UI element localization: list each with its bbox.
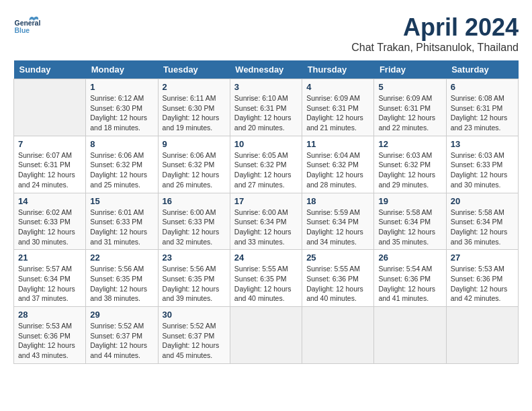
day-info: Sunrise: 6:06 AM Sunset: 6:32 PM Dayligh… [90,150,153,190]
day-number: 8 [90,139,153,149]
day-info: Sunrise: 6:03 AM Sunset: 6:32 PM Dayligh… [378,150,441,190]
day-info: Sunrise: 6:00 AM Sunset: 6:34 PM Dayligh… [234,208,298,247]
calendar-cell: 17Sunrise: 6:00 AM Sunset: 6:34 PM Dayli… [230,193,302,250]
day-info: Sunrise: 5:52 AM Sunset: 6:37 PM Dayligh… [163,321,226,361]
calendar-cell: 15Sunrise: 6:01 AM Sunset: 6:33 PM Dayli… [86,193,158,250]
calendar-cell [230,307,302,364]
day-number: 12 [378,139,441,149]
day-number: 21 [18,253,81,263]
calendar-cell: 20Sunrise: 5:58 AM Sunset: 6:34 PM Dayli… [446,193,518,250]
calendar-cell [446,307,518,364]
day-info: Sunrise: 6:01 AM Sunset: 6:33 PM Dayligh… [90,208,153,247]
day-info: Sunrise: 5:55 AM Sunset: 6:36 PM Dayligh… [306,264,369,304]
calendar-cell [302,307,374,364]
day-info: Sunrise: 5:54 AM Sunset: 6:36 PM Dayligh… [378,264,441,304]
calendar-table: SundayMondayTuesdayWednesdayThursdayFrid… [13,60,519,364]
calendar-week-row: 28Sunrise: 5:53 AM Sunset: 6:36 PM Dayli… [14,307,519,364]
day-number: 17 [234,196,298,206]
calendar-week-row: 21Sunrise: 5:57 AM Sunset: 6:34 PM Dayli… [14,250,519,307]
calendar-cell: 21Sunrise: 5:57 AM Sunset: 6:34 PM Dayli… [14,250,86,307]
day-number: 6 [451,82,514,92]
page-header: General Blue April 2024 Chat Trakan, Phi… [13,13,519,54]
day-number: 24 [234,253,298,263]
calendar-cell: 13Sunrise: 6:03 AM Sunset: 6:33 PM Dayli… [446,136,518,193]
day-info: Sunrise: 6:00 AM Sunset: 6:33 PM Dayligh… [163,208,226,247]
calendar-cell: 1Sunrise: 6:12 AM Sunset: 6:30 PM Daylig… [86,79,158,136]
calendar-cell [14,79,86,136]
day-number: 11 [306,139,369,149]
calendar-cell: 25Sunrise: 5:55 AM Sunset: 6:36 PM Dayli… [302,250,374,307]
calendar-cell: 9Sunrise: 6:06 AM Sunset: 6:32 PM Daylig… [158,136,230,193]
calendar-cell: 5Sunrise: 6:09 AM Sunset: 6:31 PM Daylig… [374,79,446,136]
svg-text:Blue: Blue [15,27,30,34]
day-info: Sunrise: 6:09 AM Sunset: 6:31 PM Dayligh… [306,93,369,133]
location: Chat Trakan, Phitsanulok, Thailand [351,42,519,54]
logo: General Blue [13,13,40,40]
calendar-cell: 3Sunrise: 6:10 AM Sunset: 6:31 PM Daylig… [230,79,302,136]
calendar-cell: 7Sunrise: 6:07 AM Sunset: 6:31 PM Daylig… [14,136,86,193]
day-number: 13 [451,139,514,149]
calendar-cell: 6Sunrise: 6:08 AM Sunset: 6:31 PM Daylig… [446,79,518,136]
day-number: 7 [18,139,81,149]
day-info: Sunrise: 6:12 AM Sunset: 6:30 PM Dayligh… [90,93,153,133]
day-info: Sunrise: 5:56 AM Sunset: 6:35 PM Dayligh… [163,264,226,304]
day-number: 4 [306,82,369,92]
day-info: Sunrise: 5:53 AM Sunset: 6:36 PM Dayligh… [451,264,514,304]
day-info: Sunrise: 6:10 AM Sunset: 6:31 PM Dayligh… [234,93,298,133]
weekday-header: Sunday [14,60,86,79]
calendar-cell: 14Sunrise: 6:02 AM Sunset: 6:33 PM Dayli… [14,193,86,250]
day-number: 2 [163,82,226,92]
calendar-header-row: SundayMondayTuesdayWednesdayThursdayFrid… [14,60,519,79]
day-info: Sunrise: 5:58 AM Sunset: 6:34 PM Dayligh… [451,208,514,247]
day-number: 29 [90,310,153,320]
day-number: 15 [90,196,153,206]
day-info: Sunrise: 6:11 AM Sunset: 6:30 PM Dayligh… [163,93,226,133]
day-info: Sunrise: 6:03 AM Sunset: 6:33 PM Dayligh… [451,150,514,190]
weekday-header: Saturday [446,60,518,79]
weekday-header: Monday [86,60,158,79]
logo-icon: General Blue [13,13,40,40]
day-info: Sunrise: 6:08 AM Sunset: 6:31 PM Dayligh… [451,93,514,133]
day-info: Sunrise: 5:57 AM Sunset: 6:34 PM Dayligh… [18,264,81,304]
day-number: 25 [306,253,369,263]
calendar-week-row: 7Sunrise: 6:07 AM Sunset: 6:31 PM Daylig… [14,136,519,193]
day-info: Sunrise: 6:05 AM Sunset: 6:32 PM Dayligh… [234,150,298,190]
calendar-cell: 26Sunrise: 5:54 AM Sunset: 6:36 PM Dayli… [374,250,446,307]
calendar-cell: 10Sunrise: 6:05 AM Sunset: 6:32 PM Dayli… [230,136,302,193]
day-info: Sunrise: 6:04 AM Sunset: 6:32 PM Dayligh… [306,150,369,190]
day-info: Sunrise: 6:02 AM Sunset: 6:33 PM Dayligh… [18,208,81,247]
calendar-cell: 19Sunrise: 5:58 AM Sunset: 6:34 PM Dayli… [374,193,446,250]
weekday-header: Wednesday [230,60,302,79]
day-number: 10 [234,139,298,149]
day-info: Sunrise: 6:06 AM Sunset: 6:32 PM Dayligh… [163,150,226,190]
day-number: 27 [451,253,514,263]
day-number: 3 [234,82,298,92]
day-info: Sunrise: 5:52 AM Sunset: 6:37 PM Dayligh… [90,321,153,361]
day-number: 16 [163,196,226,206]
svg-text:General: General [15,19,40,27]
day-info: Sunrise: 5:59 AM Sunset: 6:34 PM Dayligh… [306,208,369,247]
calendar-cell: 22Sunrise: 5:56 AM Sunset: 6:35 PM Dayli… [86,250,158,307]
calendar-cell: 8Sunrise: 6:06 AM Sunset: 6:32 PM Daylig… [86,136,158,193]
calendar-cell: 27Sunrise: 5:53 AM Sunset: 6:36 PM Dayli… [446,250,518,307]
calendar-cell: 30Sunrise: 5:52 AM Sunset: 6:37 PM Dayli… [158,307,230,364]
calendar-cell: 28Sunrise: 5:53 AM Sunset: 6:36 PM Dayli… [14,307,86,364]
day-number: 28 [18,310,81,320]
calendar-week-row: 14Sunrise: 6:02 AM Sunset: 6:33 PM Dayli… [14,193,519,250]
day-number: 18 [306,196,369,206]
day-info: Sunrise: 6:07 AM Sunset: 6:31 PM Dayligh… [18,150,81,190]
calendar-cell [374,307,446,364]
day-info: Sunrise: 5:55 AM Sunset: 6:35 PM Dayligh… [234,264,298,304]
day-info: Sunrise: 5:53 AM Sunset: 6:36 PM Dayligh… [18,321,81,361]
day-number: 26 [378,253,441,263]
month-title: April 2024 [351,13,519,42]
weekday-header: Friday [374,60,446,79]
day-number: 9 [163,139,226,149]
calendar-cell: 24Sunrise: 5:55 AM Sunset: 6:35 PM Dayli… [230,250,302,307]
day-number: 1 [90,82,153,92]
calendar-week-row: 1Sunrise: 6:12 AM Sunset: 6:30 PM Daylig… [14,79,519,136]
calendar-cell: 2Sunrise: 6:11 AM Sunset: 6:30 PM Daylig… [158,79,230,136]
calendar-cell: 18Sunrise: 5:59 AM Sunset: 6:34 PM Dayli… [302,193,374,250]
calendar-cell: 29Sunrise: 5:52 AM Sunset: 6:37 PM Dayli… [86,307,158,364]
day-number: 5 [378,82,441,92]
